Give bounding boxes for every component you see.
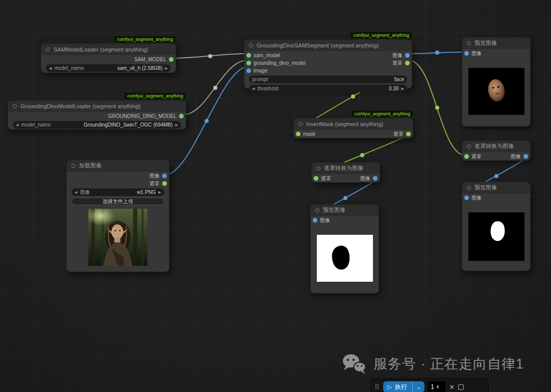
output-slot-sam-model[interactable] (169, 57, 173, 62)
node-title: SAMModelLoader (segment anything) (54, 46, 148, 53)
run-button[interactable]: ▷ 执行 ⌄ (383, 381, 425, 392)
output-slot-mask[interactable] (162, 181, 167, 186)
input-slot-image[interactable] (464, 195, 469, 200)
output-slot-image[interactable] (405, 53, 410, 58)
number-right-arrow-icon[interactable]: ▶ (402, 87, 404, 90)
node-preview-image-top-right[interactable]: 预览图像 图像 (462, 37, 531, 127)
input-slot-mask[interactable] (296, 132, 300, 136)
input-slot-label: sam_model (254, 53, 280, 58)
node-title: GroundingDinoSAMSegment (segment anythin… (257, 42, 379, 48)
decrement-icon[interactable]: ▾ (437, 387, 439, 389)
link-midpoint-dot[interactable] (360, 153, 364, 157)
drag-handle-icon[interactable]: ⠿ (374, 384, 380, 390)
input-slot-mask[interactable] (464, 154, 469, 159)
model-name-combo[interactable]: ◀ model_name sam_vit_h (2.58GB) ▶ (46, 64, 171, 72)
combo-right-arrow-icon[interactable]: ▶ (159, 190, 161, 194)
prompt-text-field[interactable]: prompt face (249, 76, 407, 83)
output-slot-grounding-dino-model[interactable] (179, 114, 184, 118)
link-midpoint-dot[interactable] (435, 51, 439, 55)
collapse-icon[interactable] (467, 186, 471, 190)
input-slot-label: 图像 (471, 50, 482, 57)
link-midpoint-dot[interactable] (343, 196, 347, 200)
combo-left-arrow-icon[interactable]: ◀ (74, 190, 77, 194)
watermark-text: 服务号 · 正在走向自律1 (373, 355, 524, 373)
output-slot-label: 遮罩 (392, 60, 403, 67)
node-load-image[interactable]: 加载图像 图像 遮罩 ◀ 图像 w1.PNG ▶ 选择文件上传 (66, 160, 169, 272)
input-slot-image[interactable] (246, 68, 251, 73)
node-title-bar[interactable]: 加载图像 (67, 160, 169, 172)
input-slot-grounding-dino-model[interactable] (246, 61, 251, 65)
link-midpoint-dot[interactable] (213, 86, 217, 90)
input-slot-sam-model[interactable] (246, 53, 251, 58)
chevron-down-icon[interactable]: ⌄ (412, 381, 424, 392)
node-invert-mask[interactable]: comfyui_segment_anything InvertMask (seg… (293, 118, 413, 138)
link-midpoint-dot[interactable] (205, 119, 209, 123)
node-title-bar[interactable]: 遮罩转换为图像 (462, 141, 530, 152)
node-title-bar[interactable]: GroundingDinoSAMSegment (segment anythin… (244, 40, 412, 51)
link-midpoint-dot[interactable] (494, 174, 498, 178)
collapse-icon[interactable] (467, 41, 471, 45)
collapse-icon[interactable] (298, 122, 303, 126)
threshold-number-widget[interactable]: ◀ threshold 0.30 ▶ (249, 85, 407, 92)
batch-count-stepper[interactable]: 1 ▴ ▾ (428, 381, 445, 392)
node-badge: comfyui_segment_anything (352, 111, 413, 117)
combo-right-arrow-icon[interactable]: ▶ (176, 123, 178, 127)
node-title-bar[interactable]: 预览图像 (462, 182, 530, 193)
link-midpoint-dot[interactable] (351, 94, 355, 99)
node-grounding-dino-sam-segment[interactable]: comfyui_segment_anything GroundingDinoSA… (244, 39, 412, 89)
combo-right-arrow-icon[interactable]: ▶ (165, 66, 168, 70)
node-title: 遮罩转换为图像 (324, 164, 363, 172)
node-badge: comfyui_segment_anything (124, 93, 186, 99)
output-slot-label: 图像 (360, 175, 370, 182)
output-slot-mask[interactable] (406, 132, 411, 136)
combo-left-arrow-icon[interactable]: ◀ (16, 123, 18, 127)
node-title-bar[interactable]: SAMModelLoader (segment anything) (41, 44, 176, 55)
link-midpoint-dot[interactable] (208, 54, 212, 58)
clear-queue-icon[interactable]: ✕ (449, 384, 455, 390)
input-slot-label: 遮罩 (321, 175, 331, 182)
prompt-value: face (394, 77, 404, 82)
collapse-icon[interactable] (467, 144, 471, 149)
output-slot-label: GROUNDING_DINO_MODEL (108, 113, 177, 119)
node-grounding-dino-model-loader[interactable]: comfyui_segment_anything GroundingDinoMo… (8, 100, 186, 130)
node-badge: comfyui_segment_anything (350, 32, 412, 38)
node-sam-model-loader[interactable]: comfyui_segment_anything SAMModelLoader … (41, 43, 176, 73)
image-file-combo[interactable]: ◀ 图像 w1.PNG ▶ (71, 188, 164, 196)
upload-file-button[interactable]: 选择文件上传 (71, 198, 164, 205)
output-slot-image[interactable] (523, 154, 528, 159)
output-slot-image[interactable] (162, 174, 167, 178)
node-mask-to-image-center[interactable]: 遮罩转换为图像 遮罩 图像 (311, 162, 380, 183)
input-slot-image[interactable] (313, 218, 317, 223)
threshold-label: threshold (257, 86, 278, 91)
link-midpoint-dot[interactable] (435, 106, 439, 110)
node-title-bar[interactable]: InvertMask (segment anything) (294, 118, 413, 130)
output-slot-mask[interactable] (405, 61, 410, 65)
collapse-icon[interactable] (316, 166, 320, 170)
node-preview-image-bottom-right[interactable]: 预览图像 图像 (462, 182, 531, 271)
output-slot-label: 遮罩 (393, 131, 404, 138)
interrupt-icon[interactable] (458, 384, 464, 390)
collapse-icon[interactable] (315, 208, 319, 212)
node-title-bar[interactable]: 遮罩转换为图像 (312, 163, 380, 174)
collapse-icon[interactable] (13, 104, 17, 108)
collapse-icon[interactable] (46, 47, 50, 52)
node-mask-to-image-right[interactable]: 遮罩转换为图像 遮罩 图像 (462, 140, 531, 161)
collapse-icon[interactable] (249, 43, 253, 47)
mask-preview-black-on-white (317, 235, 373, 282)
loaded-image-thumbnail (88, 209, 147, 266)
collapse-icon[interactable] (71, 164, 76, 168)
node-title-bar[interactable]: GroundingDinoModelLoader (segment anythi… (8, 101, 186, 112)
queue-toolbar: ⠿ ▷ 执行 ⌄ 1 ▴ ▾ ✕ (370, 378, 489, 392)
input-slot-image[interactable] (464, 51, 469, 56)
combo-left-arrow-icon[interactable]: ◀ (49, 66, 52, 70)
input-slot-mask[interactable] (314, 176, 318, 181)
output-slot-image[interactable] (373, 176, 378, 181)
node-title-bar[interactable]: 预览图像 (462, 38, 530, 49)
number-left-arrow-icon[interactable]: ◀ (252, 87, 255, 90)
node-preview-image-center[interactable]: 预览图像 图像 (310, 204, 379, 293)
model-name-combo[interactable]: ◀ model_name GroundingDINO_SwinT_OGC (69… (13, 121, 181, 129)
node-graph-canvas[interactable]: comfyui_segment_anything SAMModelLoader … (0, 0, 551, 392)
combo-label: model_name (21, 122, 51, 128)
node-title-bar[interactable]: 预览图像 (311, 205, 379, 216)
combo-value: w1.PNG (137, 189, 156, 195)
